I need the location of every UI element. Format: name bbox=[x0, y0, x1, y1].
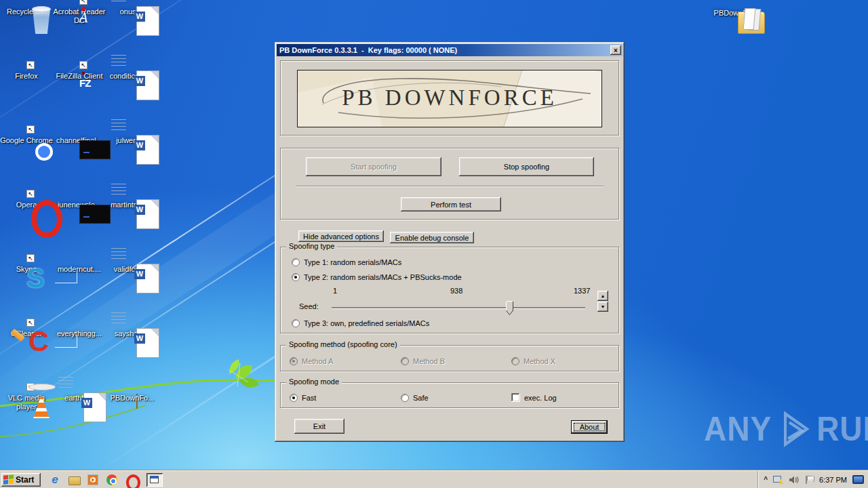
radio-type-3[interactable]: Type 3: own, predefined serials/MACs bbox=[292, 319, 429, 327]
desktop-icon-vlc-media-player[interactable]: VLC media player bbox=[0, 389, 53, 453]
taskbar-active-app-button[interactable] bbox=[146, 473, 163, 487]
banner-image: PB DOWNFORCE bbox=[297, 70, 602, 127]
desktop-icon-channelfinal[interactable]: channelfinal... bbox=[53, 131, 106, 196]
start-button[interactable]: Start bbox=[1, 473, 41, 487]
radio-type-1[interactable]: Type 1: random serials/MACs bbox=[292, 258, 401, 266]
shortcut-arrow-icon bbox=[26, 254, 35, 262]
quicklaunch-opera-icon[interactable] bbox=[125, 474, 137, 486]
desktop-icon-filezilla-client[interactable]: FileZilla Client bbox=[53, 67, 106, 131]
spoofing-mode-group: Spoofing mode Fast Safe exec. Log bbox=[280, 382, 619, 408]
shortcut-arrow-icon bbox=[26, 190, 35, 198]
radio-circle[interactable] bbox=[401, 394, 409, 402]
desktop-icon-earthfj-rtf[interactable]: earthfj.rtf bbox=[53, 389, 106, 453]
shortcut-arrow-icon bbox=[26, 125, 35, 134]
watermark-text-run: RUN bbox=[816, 409, 868, 449]
spoofing-method-legend: Spoofing method (spoofing core) bbox=[286, 340, 400, 348]
desktop-icon-grid: Recycle Bin Acrobat Reader DC onus.rtf F… bbox=[0, 3, 159, 453]
radio-circle[interactable] bbox=[292, 273, 300, 281]
tray-chevron-icon[interactable]: ^ bbox=[764, 476, 768, 483]
desktop-icon-ccleaner[interactable]: CCleaner bbox=[0, 325, 53, 389]
banner-title: PB DOWNFORCE bbox=[298, 85, 601, 110]
spoofing-type-legend: Spoofing type bbox=[286, 242, 337, 250]
radio-circle[interactable] bbox=[292, 319, 300, 327]
radio-type-2[interactable]: Type 2: random serials/MACs + PBSucks-mo… bbox=[292, 273, 462, 281]
radio-circle[interactable] bbox=[290, 394, 298, 402]
seed-scale-current: 938 bbox=[450, 287, 462, 295]
system-tray: ^ 6:37 PM bbox=[757, 471, 868, 488]
seed-slider-track[interactable] bbox=[332, 307, 585, 308]
desktop-icon-firefox[interactable]: Firefox bbox=[0, 67, 53, 131]
desktop-icon-junenewsle[interactable]: junenewsle... bbox=[53, 196, 106, 260]
shortcut-arrow-icon bbox=[26, 319, 35, 327]
seed-label: Seed: bbox=[299, 302, 319, 310]
exit-button[interactable]: Exit bbox=[294, 419, 344, 434]
anyrun-play-logo-icon bbox=[774, 408, 814, 451]
tray-clock[interactable]: 6:37 PM bbox=[819, 476, 847, 484]
seed-scale-max: 1337 bbox=[574, 287, 590, 295]
close-button[interactable]: × bbox=[610, 45, 621, 55]
radio-circle bbox=[511, 357, 519, 365]
quicklaunch-chrome-icon[interactable] bbox=[106, 474, 118, 486]
tray-network-warning-icon[interactable] bbox=[773, 475, 783, 484]
desktop-icon-label: PBDownFo... bbox=[106, 394, 159, 403]
shortcut-arrow-icon bbox=[26, 383, 35, 391]
shortcut-arrow-icon bbox=[79, 61, 87, 69]
radio-method-x: Method X bbox=[511, 357, 555, 365]
about-button[interactable]: About bbox=[572, 421, 607, 433]
perform-test-button[interactable]: Perform test bbox=[401, 197, 501, 211]
watermark-text-any: ANY bbox=[704, 409, 772, 449]
hide-advanced-options-button[interactable]: Hide advanced options bbox=[298, 230, 384, 242]
tray-volume-icon[interactable] bbox=[789, 475, 799, 485]
window-title: PB DownForce 0.3.3.1 - Key flags: 00000 … bbox=[279, 46, 457, 54]
spoofing-method-group: Spoofing method (spoofing core) Method A… bbox=[280, 345, 619, 371]
shortcut-arrow-icon bbox=[26, 61, 35, 69]
app-window-icon bbox=[150, 476, 159, 483]
exec-log-checkbox[interactable]: exec. Log bbox=[511, 393, 557, 402]
taskbar: Start e ^ 6:37 PM bbox=[0, 470, 868, 488]
windows-flag-icon bbox=[3, 474, 14, 485]
desktop-icon-moderncut[interactable]: moderncut.... bbox=[53, 260, 106, 325]
seed-slider-thumb[interactable] bbox=[506, 301, 513, 318]
banner-panel: PB DOWNFORCE bbox=[280, 60, 619, 136]
enable-debug-console-button[interactable]: Enable debug console bbox=[390, 232, 474, 243]
tray-display-icon[interactable] bbox=[852, 475, 864, 484]
checkbox-box[interactable] bbox=[511, 393, 520, 402]
separator bbox=[296, 186, 604, 187]
seed-scale-min: 1 bbox=[333, 287, 337, 295]
radio-method-a: Method A bbox=[290, 357, 333, 365]
desktop-icon-pbdownfo[interactable]: PBDownFo... bbox=[106, 389, 159, 453]
window-titlebar[interactable]: PB DownForce 0.3.3.1 - Key flags: 00000 … bbox=[277, 44, 623, 56]
desktop-icon-google-chrome[interactable]: Google Chrome bbox=[0, 131, 53, 196]
seed-spin-up-button[interactable]: ▲ bbox=[597, 291, 608, 301]
spoofing-buttons-panel: Start spoofing Stop spoofing Perform tes… bbox=[280, 148, 619, 220]
stop-spoofing-button[interactable]: Stop spoofing bbox=[459, 157, 594, 176]
radio-circle[interactable] bbox=[292, 258, 300, 266]
anyrun-watermark: ANY RUN bbox=[704, 408, 868, 451]
pb-downforce-window: PB DownForce 0.3.3.1 - Key flags: 00000 … bbox=[275, 42, 625, 442]
radio-circle bbox=[401, 357, 409, 365]
quicklaunch-folder-icon[interactable] bbox=[68, 474, 80, 486]
seed-slider[interactable] bbox=[332, 300, 585, 317]
desktop-icon-skype[interactable]: Skype bbox=[0, 260, 53, 325]
desktop-icon-label: Firefox bbox=[0, 72, 53, 81]
desktop-icon-opera[interactable]: Opera bbox=[0, 196, 53, 260]
quick-launch-bar: e bbox=[49, 474, 137, 486]
desktop-icon-acrobat-reader-dc[interactable]: Acrobat Reader DC bbox=[53, 3, 106, 67]
quicklaunch-ie-icon[interactable]: e bbox=[49, 474, 61, 486]
desktop-icon-pbdownfo-folder[interactable]: PBDownFo... bbox=[709, 4, 762, 18]
radio-mode-fast[interactable]: Fast bbox=[290, 394, 316, 402]
spoofing-type-group: Spoofing type Type 1: random serials/MAC… bbox=[280, 247, 619, 333]
seed-spin-down-button[interactable]: ▼ bbox=[597, 302, 608, 312]
quicklaunch-media-player-icon[interactable] bbox=[87, 474, 99, 486]
desktop-icon-recycle-bin[interactable]: Recycle Bin bbox=[0, 3, 53, 67]
start-spoofing-button: Start spoofing bbox=[306, 157, 441, 176]
shortcut-arrow-icon bbox=[79, 0, 87, 5]
desktop-icon-sayshall-rtf[interactable]: sayshall.rtf bbox=[106, 325, 159, 389]
tray-security-flag-icon[interactable] bbox=[804, 475, 814, 485]
radio-mode-safe[interactable]: Safe bbox=[401, 394, 429, 402]
radio-circle bbox=[290, 357, 298, 365]
radio-method-b: Method B bbox=[401, 357, 445, 365]
spoofing-mode-legend: Spoofing mode bbox=[286, 378, 342, 386]
